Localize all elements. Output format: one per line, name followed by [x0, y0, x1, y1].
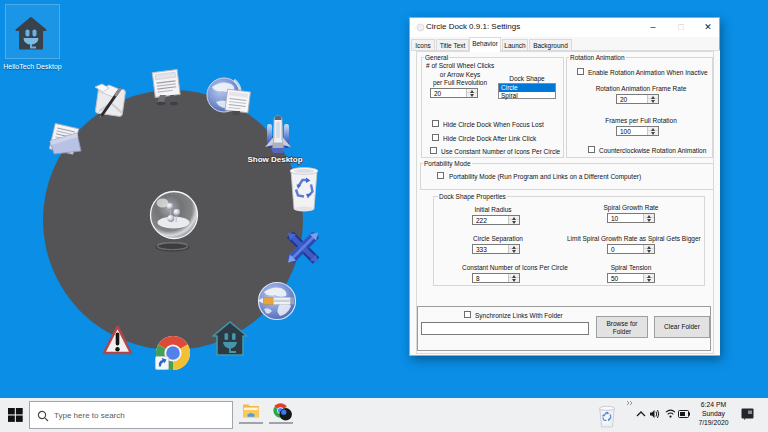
svg-text:Show Desktop: Show Desktop	[247, 155, 302, 164]
